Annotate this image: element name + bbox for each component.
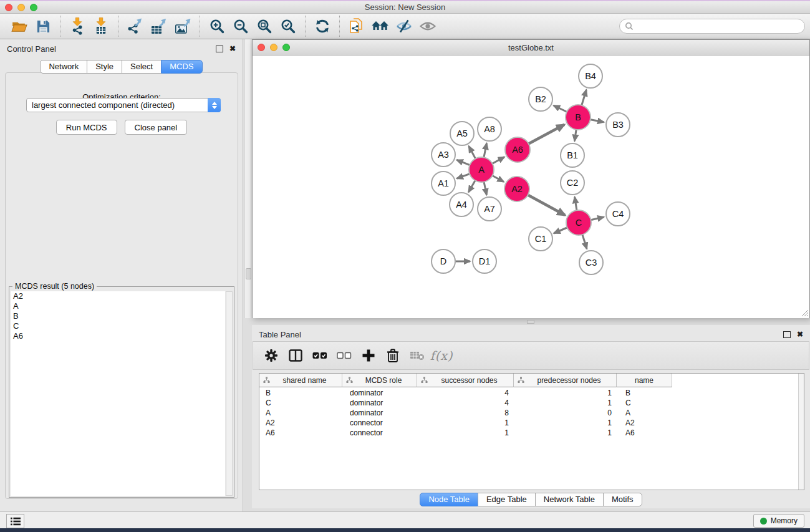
graph-node-B2[interactable]: B2 xyxy=(529,87,552,111)
open-session-button[interactable] xyxy=(7,16,31,37)
mcds-result-item[interactable]: C xyxy=(11,321,225,331)
mcds-result-item[interactable]: A xyxy=(11,301,225,311)
mcds-result-item[interactable]: B xyxy=(11,311,225,321)
zoom-fit-button[interactable] xyxy=(253,16,276,37)
tab-edge-table[interactable]: Edge Table xyxy=(478,493,536,506)
graph-node-A5[interactable]: A5 xyxy=(450,122,474,145)
column-header-successor-nodes[interactable]: successor nodes xyxy=(417,374,514,387)
search-input[interactable] xyxy=(637,21,799,32)
export-table-button[interactable] xyxy=(147,16,171,37)
table-cell[interactable]: 1 xyxy=(514,428,617,437)
graph-node-A[interactable]: A xyxy=(469,157,494,182)
export-network-button[interactable] xyxy=(123,16,147,37)
table-cell[interactable]: dominator xyxy=(342,399,417,407)
graph-node-A4[interactable]: A4 xyxy=(450,193,473,216)
graph-node-D[interactable]: D xyxy=(432,249,455,273)
table-cell[interactable]: 8 xyxy=(417,409,514,417)
criterion-dropdown[interactable]: largest connected component (directed) xyxy=(26,98,221,112)
memory-button[interactable]: Memory xyxy=(753,514,804,528)
mcds-result-item[interactable]: A6 xyxy=(11,331,225,341)
table-cell[interactable]: 1 xyxy=(514,389,617,397)
table-cell[interactable]: connector xyxy=(342,418,417,427)
splitter-handle[interactable] xyxy=(527,320,534,324)
result-list-scrollbar[interactable] xyxy=(226,291,233,496)
table-cell[interactable]: 1 xyxy=(417,418,514,427)
table-cell[interactable]: 4 xyxy=(417,399,514,407)
delete-columns-button[interactable] xyxy=(382,344,403,367)
column-header-shared-name[interactable]: shared name xyxy=(259,374,342,387)
task-history-button[interactable] xyxy=(6,514,24,528)
table-cell[interactable]: 1 xyxy=(417,428,514,437)
tab-network-table[interactable]: Network Table xyxy=(535,493,604,506)
table-cell[interactable]: B xyxy=(259,389,342,397)
search-field[interactable] xyxy=(619,19,805,34)
graph-node-C4[interactable]: C4 xyxy=(606,202,630,226)
vertical-scrollbar-thumb[interactable] xyxy=(246,268,251,279)
import-table-button[interactable] xyxy=(89,16,113,37)
column-header-name[interactable]: name xyxy=(617,374,672,387)
select-all-columns-button[interactable] xyxy=(309,344,330,367)
table-cell[interactable]: 0 xyxy=(514,409,617,417)
table-cell[interactable]: dominator xyxy=(342,389,417,397)
float-table-panel-icon[interactable] xyxy=(783,331,791,338)
column-header-predecessor-nodes[interactable]: predecessor nodes xyxy=(514,374,617,387)
zoom-selected-button[interactable] xyxy=(276,16,300,37)
table-cell[interactable]: 1 xyxy=(514,418,617,427)
table-cell[interactable]: connector xyxy=(342,428,417,437)
table-cell[interactable]: A2 xyxy=(259,418,342,427)
table-cell[interactable]: A6 xyxy=(259,428,342,437)
network-window-titlebar[interactable]: testGlobe.txt xyxy=(253,40,809,56)
table-settings-button[interactable] xyxy=(261,344,282,367)
resize-grip-icon[interactable] xyxy=(800,308,809,317)
table-cell[interactable]: C xyxy=(617,399,672,407)
create-column-button[interactable] xyxy=(358,344,379,367)
apply-layout-button[interactable] xyxy=(311,16,334,37)
graph-node-A1[interactable]: A1 xyxy=(432,172,455,195)
table-cell[interactable]: dominator xyxy=(342,409,417,417)
table-panel-titlebar[interactable]: Table Panel xyxy=(252,327,810,341)
table-cell[interactable]: 4 xyxy=(417,389,514,397)
network-canvas[interactable]: B4 B2 B B3 A5 A8 A6 A3 B1 A A1 C2 A2 xyxy=(253,56,809,318)
graph-node-A8[interactable]: A8 xyxy=(478,117,501,141)
graph-node-A6[interactable]: A6 xyxy=(505,137,530,162)
graph-node-C2[interactable]: C2 xyxy=(561,171,584,195)
run-mcds-button[interactable]: Run MCDS xyxy=(56,120,117,135)
tab-style[interactable]: Style xyxy=(87,60,122,74)
toggle-columns-button[interactable] xyxy=(285,344,306,367)
tab-motifs[interactable]: Motifs xyxy=(603,493,642,506)
hide-details-button[interactable] xyxy=(392,16,416,37)
export-image-button[interactable] xyxy=(171,16,195,37)
graph-node-A7[interactable]: A7 xyxy=(478,197,501,221)
table-cell[interactable]: B xyxy=(617,389,672,397)
column-header-MCDS-role[interactable]: MCDS role xyxy=(342,374,417,387)
table-cell[interactable]: A xyxy=(259,409,342,417)
home-button[interactable] xyxy=(369,16,392,37)
graph-node-B1[interactable]: B1 xyxy=(561,143,584,167)
graph-node-C3[interactable]: C3 xyxy=(579,251,603,274)
table-cell[interactable]: A2 xyxy=(617,418,672,427)
close-panel-button[interactable]: Close panel xyxy=(125,120,188,135)
table-cell[interactable]: A xyxy=(617,409,672,417)
graph-node-A2[interactable]: A2 xyxy=(504,177,529,201)
table-cell[interactable]: A6 xyxy=(617,428,672,437)
control-panel-titlebar[interactable]: Control Panel xyxy=(0,42,243,56)
close-table-panel-icon[interactable] xyxy=(797,331,803,338)
graph-node-A3[interactable]: A3 xyxy=(432,143,455,167)
app-titlebar[interactable]: Session: New Session xyxy=(0,1,810,14)
zoom-out-button[interactable] xyxy=(229,16,253,37)
deselect-all-columns-button[interactable] xyxy=(334,344,355,367)
import-network-button[interactable] xyxy=(65,16,89,37)
save-session-button[interactable] xyxy=(31,16,55,37)
tab-network[interactable]: Network xyxy=(40,60,87,74)
tab-node-table[interactable]: Node Table xyxy=(420,493,478,506)
mcds-result-item[interactable]: A2 xyxy=(11,291,225,301)
float-panel-icon[interactable] xyxy=(216,46,223,52)
graph-node-C1[interactable]: C1 xyxy=(529,227,552,251)
graph-node-B3[interactable]: B3 xyxy=(606,113,630,137)
table-cell[interactable]: C xyxy=(259,399,342,407)
close-panel-icon[interactable] xyxy=(229,45,236,52)
tab-mcds[interactable]: MCDS xyxy=(161,60,202,74)
graph-node-B4[interactable]: B4 xyxy=(579,64,602,88)
graph-node-D1[interactable]: D1 xyxy=(473,249,496,273)
tab-select[interactable]: Select xyxy=(122,60,162,74)
